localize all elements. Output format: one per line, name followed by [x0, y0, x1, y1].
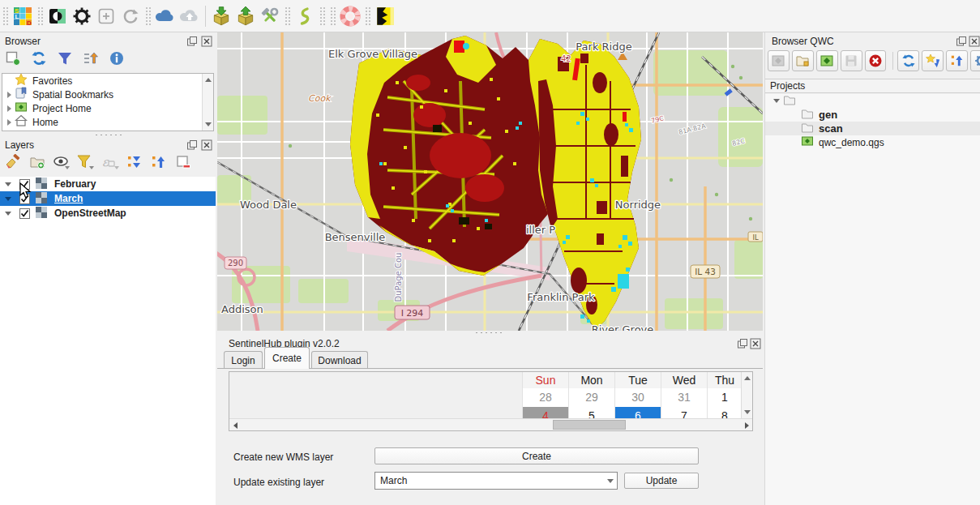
settings-icon[interactable]: [970, 50, 980, 71]
package-checkin-icon[interactable]: [233, 4, 258, 28]
tab-login[interactable]: Login: [224, 351, 263, 369]
refresh-icon[interactable]: [29, 49, 49, 68]
cloud-upload-icon[interactable]: [178, 4, 202, 28]
update-button[interactable]: Update: [624, 473, 699, 489]
calendar-hscrollbar[interactable]: [229, 418, 752, 430]
toolbar-drag-handle[interactable]: [285, 6, 290, 26]
open-disabled-icon[interactable]: [768, 50, 790, 71]
sentinelhub-icon[interactable]: [293, 4, 317, 28]
new-project-icon[interactable]: [816, 50, 838, 71]
qwc-flag-icon[interactable]: [373, 4, 397, 28]
save-disabled-icon[interactable]: [841, 50, 862, 71]
toolbar-drag-handle[interactable]: [37, 6, 43, 26]
help-ring-icon[interactable]: [338, 4, 362, 28]
add-group-icon[interactable]: [28, 152, 47, 172]
calendar-vscrollbar[interactable]: [741, 372, 752, 418]
browser-item-home[interactable]: Home: [2, 115, 213, 129]
layer-row-openstreetmap[interactable]: OpenStreetMap: [0, 206, 216, 220]
browser-item-project-home[interactable]: Project Home: [2, 101, 213, 115]
close-panel-button[interactable]: [750, 338, 761, 349]
sld-plugin-icon[interactable]: S L D: [11, 4, 35, 28]
qwc-item-qwc-demo[interactable]: qwc_demo.qgs: [765, 135, 980, 149]
styling-icon[interactable]: [3, 152, 23, 172]
calendar-day[interactable]: 31: [661, 388, 707, 407]
raster-layer-icon: [35, 206, 48, 221]
gear-icon[interactable]: [70, 4, 94, 28]
toolbar-drag-handle[interactable]: [145, 6, 151, 26]
filter-legend-icon[interactable]: [76, 152, 96, 172]
add-plus-icon[interactable]: [94, 4, 118, 28]
calendar-header-wed: Wed: [661, 372, 707, 388]
expander-icon[interactable]: [7, 119, 11, 126]
close-panel-button[interactable]: [969, 36, 980, 47]
create-button[interactable]: Create: [374, 447, 699, 464]
expander-icon[interactable]: [5, 182, 11, 186]
layer-row-february[interactable]: February: [0, 177, 216, 191]
expand-all-icon[interactable]: [125, 152, 144, 172]
qwc-config-icon[interactable]: [45, 4, 70, 28]
raster-layer-icon: [35, 177, 48, 192]
expander-icon[interactable]: [5, 212, 11, 216]
toolbar-drag-handle[interactable]: [365, 6, 370, 26]
calendar-day[interactable]: 8: [707, 407, 742, 418]
calendar-header-sun: Sun: [522, 372, 568, 388]
calendar-day[interactable]: 1: [707, 388, 742, 407]
collapse-icon[interactable]: [946, 50, 968, 71]
expander-icon[interactable]: [5, 197, 11, 201]
expander-icon[interactable]: [7, 92, 11, 98]
package-checkout-icon[interactable]: [209, 4, 233, 28]
expand-new-icon[interactable]: [922, 50, 944, 71]
calendar-day[interactable]: 5: [568, 407, 614, 418]
browser-scrollbar[interactable]: [202, 74, 213, 131]
toolbar-drag-handle[interactable]: [330, 6, 336, 26]
float-panel-button[interactable]: [737, 338, 748, 349]
layer-checkbox[interactable]: [19, 208, 30, 219]
collapse-all-icon[interactable]: [149, 152, 169, 172]
float-panel-button[interactable]: [186, 139, 198, 151]
calendar-day-selected[interactable]: 6: [614, 407, 661, 418]
close-panel-button[interactable]: [201, 36, 212, 47]
browser-item-favorites[interactable]: Favorites: [2, 74, 213, 88]
layer-select[interactable]: March: [374, 472, 618, 490]
calendar-day[interactable]: 29: [568, 388, 614, 407]
tab-create[interactable]: Create: [264, 347, 310, 369]
calendar-day-sunday-highlight[interactable]: 4: [522, 407, 568, 418]
remove-layer-icon[interactable]: [173, 152, 193, 172]
collapse-all-icon[interactable]: [81, 49, 101, 68]
toolbar-drag-handle[interactable]: [319, 6, 325, 26]
add-layer-icon[interactable]: [3, 49, 23, 68]
calendar-header-thu: Thu: [707, 372, 742, 388]
label-bensenville: Bensenville: [325, 231, 386, 243]
qwc-tree-header[interactable]: Projects: [765, 79, 980, 93]
expander-icon[interactable]: [773, 99, 780, 103]
tab-download[interactable]: Download: [311, 351, 368, 369]
close-panel-button[interactable]: [201, 139, 212, 151]
calendar-widget[interactable]: Sun Mon Tue Wed Thu 28 29 30 31 1 4 5 6 …: [229, 371, 753, 431]
expander-icon[interactable]: [7, 105, 11, 112]
calendar-day[interactable]: 28: [522, 388, 568, 407]
toolbar-drag-handle[interactable]: [2, 6, 8, 26]
browser-item-spatial-bookmarks[interactable]: Spatial Bookmarks: [2, 88, 213, 101]
layer-row-march[interactable]: March: [0, 191, 216, 206]
qwc-item-gen[interactable]: gen: [765, 108, 980, 122]
map-themes-icon[interactable]: [52, 152, 71, 172]
label-franklin-park: Franklin Park: [527, 291, 595, 303]
scrollbar-thumb[interactable]: [553, 420, 626, 430]
delete-icon[interactable]: [865, 50, 887, 71]
refresh-icon[interactable]: [897, 50, 919, 71]
qwc-item-label: gen: [819, 109, 837, 121]
new-folder-icon[interactable]: [792, 50, 814, 71]
map-canvas[interactable]: Elk Grove Village Park Ridge Wood Dale B…: [217, 32, 763, 331]
qwc-item-scan[interactable]: scan: [765, 122, 980, 135]
filter-icon[interactable]: [55, 49, 75, 68]
qwc-root-folder[interactable]: [765, 94, 980, 108]
reload-icon[interactable]: [118, 4, 143, 28]
float-panel-button[interactable]: [956, 36, 967, 47]
calendar-day[interactable]: 30: [614, 388, 661, 407]
cloud-download-icon[interactable]: [153, 4, 178, 28]
float-panel-button[interactable]: [186, 36, 198, 47]
filter-expression-icon[interactable]: ε: [101, 152, 120, 172]
tools-icon[interactable]: [258, 4, 282, 28]
calendar-day[interactable]: 7: [661, 407, 707, 418]
properties-icon[interactable]: [107, 49, 126, 68]
